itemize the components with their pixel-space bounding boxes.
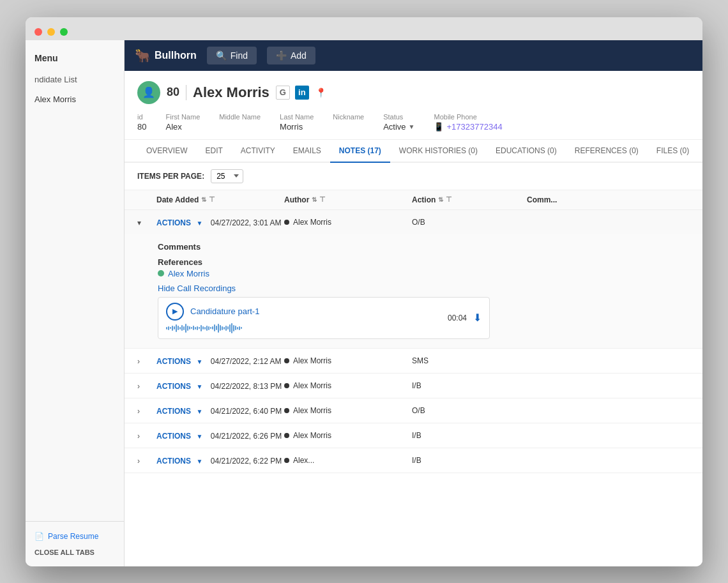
- comments-section: Comments: [158, 241, 690, 252]
- tab-educations[interactable]: EDUCATIONS (0): [487, 140, 566, 163]
- row-date-0: 04/27/2022, 3:01 AM: [211, 218, 282, 227]
- tab-work-histories[interactable]: WORK HISTORIES (0): [390, 140, 487, 163]
- linkedin-icon[interactable]: in: [295, 86, 309, 100]
- status-select[interactable]: Active ▼: [383, 122, 414, 132]
- table-row: › ACTIONS ▼ 04/21/2022, 6:26 PM Alex Mor…: [125, 423, 702, 448]
- play-button-0[interactable]: ▶: [166, 303, 184, 321]
- location-icon[interactable]: 📍: [314, 86, 328, 100]
- actions-button-4[interactable]: ACTIONS: [156, 432, 191, 441]
- field-id: id 80: [137, 113, 146, 132]
- sidebar-item-candidate-list[interactable]: ndidate List: [26, 70, 124, 89]
- date-filter-icon[interactable]: ⊤: [209, 195, 215, 204]
- google-icon[interactable]: G: [276, 86, 290, 100]
- row-action-5: I/B: [412, 456, 527, 465]
- sidebar-menu-label: Menu: [26, 47, 124, 70]
- actions-dropdown-4[interactable]: ▼: [196, 433, 202, 440]
- recording-name-0[interactable]: Candidature part-1: [190, 307, 259, 316]
- waveform-0: [166, 323, 259, 333]
- brand-text: Bullhorn: [155, 50, 197, 61]
- candidate-fields: id 80 First Name Alex Middle Name La: [137, 113, 690, 132]
- find-button[interactable]: 🔍 Find: [207, 47, 257, 64]
- brand: 🐂 Bullhorn: [135, 48, 197, 63]
- row-main-1: › ACTIONS ▼ 04/27/2022, 2:12 AM Alex Mor…: [125, 349, 702, 373]
- tab-files[interactable]: FILES (0): [648, 140, 698, 163]
- table-controls: ITEMS PER PAGE: 25 50 100: [125, 163, 702, 190]
- row-author-0: Alex Morris: [284, 218, 412, 227]
- candidate-title: 👤 80 Alex Morris G in 📍: [137, 81, 690, 104]
- author-filter-icon[interactable]: ⊤: [319, 195, 326, 204]
- expand-dot[interactable]: [60, 28, 68, 36]
- actions-button-1[interactable]: ACTIONS: [156, 357, 191, 366]
- expand-button-2[interactable]: ›: [137, 382, 140, 391]
- action-sort-icon[interactable]: ⇅: [438, 196, 443, 203]
- candidate-header: 👤 80 Alex Morris G in 📍 id 80: [125, 71, 702, 140]
- actions-button-3[interactable]: ACTIONS: [156, 407, 191, 416]
- actions-dropdown-0[interactable]: ▼: [196, 220, 202, 227]
- field-middle-name: Middle Name: [219, 113, 261, 132]
- action-filter-icon[interactable]: ⊤: [446, 195, 452, 204]
- parse-resume-button[interactable]: 📄 Parse Resume: [34, 528, 115, 545]
- top-nav: 🐂 Bullhorn 🔍 Find ➕ Add: [125, 40, 702, 71]
- phone-icon: 📱: [434, 122, 444, 132]
- sidebar: Menu ndidate List Alex Morris 📄 Parse Re…: [26, 40, 125, 566]
- search-icon: 🔍: [216, 50, 227, 61]
- tab-activity[interactable]: ACTIVITY: [232, 140, 284, 163]
- expand-button-5[interactable]: ›: [137, 457, 140, 466]
- author-sort-icon[interactable]: ⇅: [312, 196, 317, 203]
- actions-dropdown-5[interactable]: ▼: [196, 458, 202, 465]
- author-dot-5: [284, 458, 289, 463]
- close-all-tabs-button[interactable]: CLOSE ALL TABS: [34, 545, 115, 560]
- field-nickname: Nickname: [333, 113, 364, 132]
- row-main-5: › ACTIONS ▼ 04/21/2022, 6:22 PM Alex...: [125, 448, 702, 473]
- tab-references[interactable]: REFERENCES (0): [566, 140, 648, 163]
- hide-recordings-button[interactable]: Hide Call Recordings: [158, 284, 690, 293]
- author-dot-0: [284, 220, 289, 225]
- row-date-5: 04/21/2022, 6:22 PM: [211, 457, 282, 466]
- tab-emails[interactable]: EMAILS: [284, 140, 330, 163]
- row-main-0: ▾ ACTIONS ▼ 04/27/2022, 3:01 AM Alex Mor…: [125, 210, 702, 234]
- author-dot-3: [284, 408, 289, 413]
- field-mobile: Mobile Phone 📱 +17323772344: [434, 113, 502, 132]
- expand-button-4[interactable]: ›: [137, 432, 140, 441]
- tab-notes[interactable]: NOTES (17): [330, 140, 390, 163]
- tab-edit[interactable]: EDIT: [196, 140, 231, 163]
- col-date-header: Date Added ⇅ ⊤: [156, 195, 284, 204]
- expand-button-3[interactable]: ›: [137, 407, 140, 416]
- chevron-down-icon: ▼: [409, 123, 415, 130]
- date-sort-icon[interactable]: ⇅: [201, 196, 206, 203]
- col-author-header: Author ⇅ ⊤: [284, 195, 412, 204]
- row-main-4: › ACTIONS ▼ 04/21/2022, 6:26 PM Alex Mor…: [125, 423, 702, 448]
- minimize-dot[interactable]: [47, 28, 55, 36]
- ref-link-0[interactable]: Alex Morris: [168, 269, 209, 278]
- actions-button-2[interactable]: ACTIONS: [156, 382, 191, 391]
- table-row: › ACTIONS ▼ 04/22/2022, 8:13 PM Alex Mor…: [125, 374, 702, 398]
- items-per-page-select[interactable]: 25 50 100: [211, 169, 243, 183]
- actions-dropdown-2[interactable]: ▼: [196, 383, 202, 390]
- candidate-name: Alex Morris: [193, 84, 269, 101]
- tab-more[interactable]: SU...: [698, 140, 702, 163]
- row-author-2: Alex Morris: [284, 381, 412, 390]
- ref-item-0: Alex Morris: [158, 269, 690, 278]
- expand-button-1[interactable]: ›: [137, 357, 140, 366]
- divider: [186, 85, 186, 100]
- actions-dropdown-1[interactable]: ▼: [196, 358, 202, 365]
- download-button-0[interactable]: ⬇: [473, 312, 482, 324]
- field-last-name: Last Name Morris: [280, 113, 314, 132]
- actions-button-5[interactable]: ACTIONS: [156, 457, 191, 466]
- field-first-name: First Name Alex: [165, 113, 200, 132]
- sidebar-item-alex-morris[interactable]: Alex Morris: [26, 89, 124, 109]
- plus-icon: ➕: [276, 50, 287, 61]
- collapse-button-0[interactable]: ▾: [137, 218, 141, 227]
- document-icon: 📄: [34, 532, 44, 541]
- field-status: Status Active ▼: [383, 113, 414, 132]
- author-dot-1: [284, 358, 289, 363]
- table-row: › ACTIONS ▼ 04/27/2022, 2:12 AM Alex Mor…: [125, 349, 702, 374]
- add-button[interactable]: ➕ Add: [267, 47, 315, 64]
- tab-overview[interactable]: OVERVIEW: [137, 140, 196, 163]
- actions-button-0[interactable]: ACTIONS: [156, 218, 191, 227]
- actions-dropdown-3[interactable]: ▼: [196, 408, 202, 415]
- close-dot[interactable]: [34, 28, 42, 36]
- row-date-1: 04/27/2022, 2:12 AM: [211, 357, 282, 366]
- col-comment-header: Comm...: [527, 195, 690, 204]
- avatar: 👤: [137, 81, 160, 104]
